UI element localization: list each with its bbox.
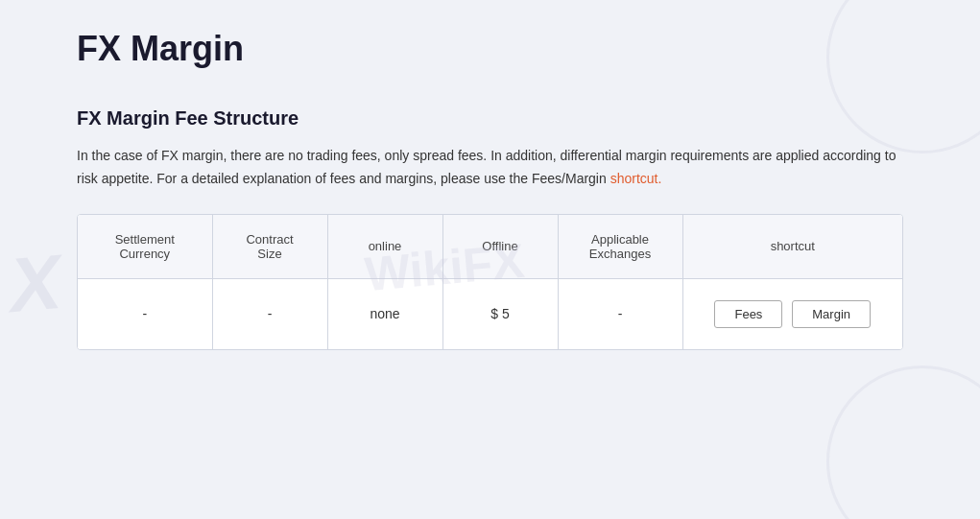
cell-online: none [327, 278, 442, 349]
header-contract-size: ContractSize [212, 215, 327, 279]
table-header-row: SettlementCurrency ContractSize online O… [78, 215, 902, 279]
header-shortcut: shortcut [682, 215, 902, 279]
header-offline: Offline [442, 215, 558, 279]
cell-applicable-exchanges: - [558, 278, 682, 349]
header-settlement-currency: SettlementCurrency [78, 215, 212, 279]
margin-button[interactable]: Margin [792, 300, 871, 328]
header-applicable-exchanges: ApplicableExchanges [558, 215, 682, 279]
cell-shortcut-buttons: Fees Margin [682, 278, 902, 349]
fees-button[interactable]: Fees [714, 300, 782, 328]
table-row: - - none $ 5 - Fees Margin [78, 278, 902, 349]
header-online: online [327, 215, 442, 279]
description-text: In the case of FX margin, there are no t… [77, 148, 896, 186]
fee-structure-table: SettlementCurrency ContractSize online O… [77, 214, 903, 350]
section-title: FX Margin Fee Structure [77, 107, 903, 130]
description: In the case of FX margin, there are no t… [77, 145, 903, 191]
page-title: FX Margin [77, 29, 903, 69]
watermark-circle-bottom [826, 366, 980, 519]
cell-settlement-currency: - [78, 278, 212, 349]
cell-contract-size: - [212, 278, 327, 349]
cell-offline: $ 5 [442, 278, 558, 349]
shortcut-link[interactable]: shortcut. [610, 171, 662, 186]
